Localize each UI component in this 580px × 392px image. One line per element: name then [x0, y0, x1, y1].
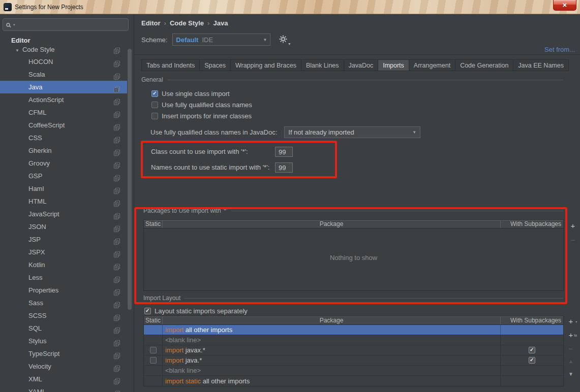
checkbox[interactable]: ✓: [529, 357, 535, 364]
sidebar-item-css[interactable]: CSS: [0, 132, 127, 144]
close-button[interactable]: ×: [553, 0, 576, 11]
packages-table-body[interactable]: Nothing to show: [144, 228, 563, 290]
copy-settings-icon: [114, 223, 120, 230]
import-layout-row[interactable]: import all other imports: [144, 325, 563, 335]
checkbox[interactable]: [150, 357, 157, 364]
tab-javadoc[interactable]: JavaDoc: [344, 59, 379, 71]
copy-settings-icon: [114, 211, 120, 217]
sidebar-item-groovy[interactable]: Groovy: [0, 157, 127, 170]
checkbox[interactable]: ✓: [151, 90, 158, 97]
add-blank-line-button[interactable]: +\n: [567, 331, 575, 339]
sidebar-item-gherkin[interactable]: Gherkin: [0, 144, 127, 157]
import-layout-row[interactable]: import java.*✓: [144, 355, 563, 366]
sidebar-item-scss[interactable]: SCSS: [0, 309, 127, 322]
tab-code-generation[interactable]: Code Generation: [455, 59, 513, 71]
sidebar-item-scala[interactable]: Scala: [0, 68, 127, 81]
add-button[interactable]: +: [569, 222, 577, 230]
sidebar-item-velocity[interactable]: Velocity: [0, 360, 127, 373]
sidebar-item-sql[interactable]: SQL: [0, 322, 127, 335]
column-header-with-subpackages: With Subpackages: [501, 317, 563, 324]
sidebar-scrollbar-thumb[interactable]: [128, 49, 132, 310]
search-input[interactable]: [18, 20, 125, 29]
sidebar-item-html[interactable]: HTML: [0, 195, 127, 208]
javadoc-select[interactable]: If not already imported ▼: [284, 126, 420, 138]
breadcrumb-item-editor[interactable]: Editor: [141, 19, 161, 27]
tree-node-editor[interactable]: Editor: [0, 37, 127, 44]
sidebar-item-stylus[interactable]: Stylus: [0, 335, 127, 347]
sidebar-item-hocon[interactable]: HOCON: [0, 55, 127, 68]
column-header-package: Package: [163, 220, 501, 228]
sidebar-item-javascript[interactable]: JavaScript: [0, 208, 127, 220]
breadcrumb-item-code-style[interactable]: Code Style: [170, 19, 204, 27]
checkbox[interactable]: ✓: [529, 347, 535, 353]
tab-spaces[interactable]: Spaces: [199, 59, 231, 71]
move-down-button[interactable]: ▼: [567, 370, 575, 378]
checkbox-row-insert-imports-for-inner-classes[interactable]: Insert imports for inner classes: [151, 112, 252, 120]
tab-blank-lines[interactable]: Blank Lines: [301, 59, 344, 71]
import-layout-row[interactable]: <blank line>: [144, 366, 563, 376]
names-count-label: Names count to use static import with '*…: [151, 164, 269, 172]
sidebar-item-gsp[interactable]: GSP: [0, 170, 127, 182]
layout-static-imports-checkbox[interactable]: ✓: [144, 308, 151, 314]
import-keyword: import: [165, 326, 186, 334]
sidebar-item-kotlin[interactable]: Kotlin: [0, 258, 127, 271]
layout-static-imports-checkbox-row[interactable]: ✓ Layout static imports separately: [144, 307, 248, 315]
sidebar-item-yaml[interactable]: YAML: [0, 385, 127, 392]
copy-settings-icon: [114, 338, 120, 344]
sidebar-item-java[interactable]: Java: [0, 81, 127, 93]
sidebar-item-jsp[interactable]: JSP: [0, 233, 127, 246]
checkbox[interactable]: [150, 347, 157, 353]
move-up-button[interactable]: ▲: [567, 357, 575, 366]
chevron-down-icon[interactable]: ▼: [15, 48, 19, 53]
scheme-row: Scheme: Default IDE ▼ ▾: [141, 34, 289, 46]
set-from-link[interactable]: Set from...: [544, 46, 575, 53]
tab-arrangement[interactable]: Arrangement: [409, 59, 455, 71]
remove-button[interactable]: −: [567, 345, 575, 353]
sidebar-item-jspx[interactable]: JSPX: [0, 246, 127, 258]
search-caret-icon[interactable]: ▾: [13, 23, 15, 27]
package-text: all other imports: [186, 326, 232, 334]
sidebar-item-xml[interactable]: XML: [0, 373, 127, 385]
import-layout-row[interactable]: import javax.*✓: [144, 345, 563, 355]
sidebar-item-label: YAML: [28, 388, 46, 392]
breadcrumb-separator: ›: [207, 19, 209, 27]
add-package-button[interactable]: +▪: [567, 317, 575, 325]
sidebar-item-coffeescript[interactable]: CoffeeScript: [0, 119, 127, 132]
checkbox[interactable]: [151, 113, 158, 119]
import-layout-row[interactable]: <blank line>: [144, 335, 563, 345]
copy-settings-icon: [114, 122, 120, 128]
tree-node-code-style[interactable]: ▼Code Style: [0, 44, 127, 55]
remove-button[interactable]: −: [569, 236, 577, 244]
sidebar-item-less[interactable]: Less: [0, 271, 127, 284]
group-divider: [231, 211, 563, 211]
import-layout-row[interactable]: import static all other imports: [144, 376, 563, 386]
checkbox-row-use-fully-qualified-class-names[interactable]: Use fully qualified class names: [151, 101, 252, 109]
sidebar-item-properties[interactable]: Properties: [0, 284, 127, 297]
tab-java-ee-names[interactable]: Java EE Names: [513, 59, 569, 71]
sidebar-item-label: Haml: [28, 185, 44, 192]
checkbox-row-use-single-class-import[interactable]: ✓Use single class import: [151, 89, 230, 97]
import-keyword: import static: [165, 377, 203, 385]
sidebar: ▾ Editor ▼Code Style HOCONScalaJavaActio…: [0, 14, 133, 392]
tab-tabs-and-indents[interactable]: Tabs and Indents: [141, 59, 200, 71]
settings-window: Settings for New Projects × ▾ Editor ▼Co…: [0, 0, 580, 392]
tab-imports[interactable]: Imports: [378, 59, 409, 71]
search-box[interactable]: ▾: [3, 18, 129, 31]
sidebar-item-cfml[interactable]: CFML: [0, 106, 127, 119]
sidebar-item-actionscript[interactable]: ActionScript: [0, 93, 127, 106]
breadcrumb-item-java[interactable]: Java: [213, 19, 228, 27]
sidebar-item-typescript[interactable]: TypeScript: [0, 347, 127, 360]
class-count-input[interactable]: [275, 147, 293, 157]
settings-tree: Editor ▼Code Style HOCONScalaJavaActionS…: [0, 37, 127, 392]
copy-settings-icon: [114, 262, 120, 268]
sidebar-item-sass[interactable]: Sass: [0, 297, 127, 309]
tab-wrapping-and-braces[interactable]: Wrapping and Braces: [230, 59, 301, 71]
copy-settings-icon: [114, 236, 120, 243]
sidebar-item-json[interactable]: JSON: [0, 220, 127, 233]
scheme-select[interactable]: Default IDE ▼: [172, 34, 270, 46]
checkbox[interactable]: [151, 102, 158, 108]
sidebar-item-label: Less: [28, 274, 42, 281]
sidebar-item-haml[interactable]: Haml: [0, 182, 127, 195]
names-count-input[interactable]: [275, 162, 293, 173]
scheme-actions-button[interactable]: ▾: [279, 35, 289, 44]
